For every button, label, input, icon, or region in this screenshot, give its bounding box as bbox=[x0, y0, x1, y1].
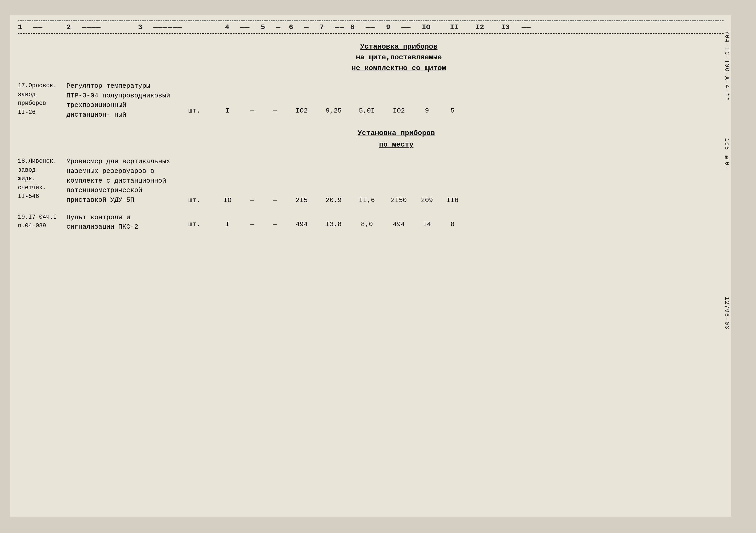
row17-col1: 17.Орловск.заводприборовII-26 bbox=[18, 81, 67, 117]
row19-col5: — bbox=[240, 213, 263, 228]
row18-col1: 18.Ливенск.заводжидк.счетчик.II-546 bbox=[18, 157, 67, 201]
row19-col12: 8 bbox=[440, 213, 465, 228]
section1-heading: Установка приборов на щите,поставляемые … bbox=[74, 42, 723, 74]
section1-heading-line3: не комплектно со щитом bbox=[74, 63, 723, 74]
row17-col2: Регулятор температуры ПТР-3-04 полупрово… bbox=[67, 81, 174, 120]
row18-col5: — bbox=[240, 157, 263, 204]
col-dash-3: —————— bbox=[153, 23, 225, 31]
section2-heading: Установка приборов по месту bbox=[69, 127, 723, 151]
col-dash-7: —— bbox=[335, 23, 350, 31]
col-dash-2: ———— bbox=[82, 23, 138, 31]
col-num-10: IO bbox=[422, 23, 442, 31]
col-num-8: 8 bbox=[350, 23, 365, 31]
row18-col11: 209 bbox=[414, 157, 440, 204]
row19-col1: 19.I7-04ч.Iп.04-089 bbox=[18, 213, 67, 231]
col-num-12: I2 bbox=[475, 23, 496, 31]
row19-col9: 8,0 bbox=[350, 213, 384, 228]
row18-col12: II6 bbox=[440, 157, 465, 204]
row18-col10: 2I50 bbox=[384, 157, 414, 204]
row19-col7: 494 bbox=[286, 213, 317, 228]
vertical-doc-text-1: 704-ТС-ТЭО-А-4-** bbox=[723, 31, 730, 101]
row17-col6: — bbox=[263, 81, 286, 115]
col-num-4: 4 bbox=[225, 23, 240, 31]
col-dash-4: —— bbox=[240, 23, 261, 31]
section1-heading-line2: на щите,поставляемые bbox=[74, 52, 723, 63]
col-num-5: 5 bbox=[261, 23, 276, 31]
col-num-2: 2 bbox=[67, 23, 82, 31]
row17-col12: 5 bbox=[440, 81, 465, 115]
table-row: 18.Ливенск.заводжидк.счетчик.II-546 Уров… bbox=[18, 157, 723, 205]
table-row: 19.I7-04ч.Iп.04-089 Пульт контроля и сиг… bbox=[18, 213, 723, 232]
vertical-doc-text-3: 12796-03 bbox=[723, 297, 730, 330]
col-dash-1: —— bbox=[33, 23, 67, 31]
row18-col8: 20,9 bbox=[317, 157, 350, 204]
col-dash-9: —— bbox=[401, 23, 422, 31]
row17-col10: IO2 bbox=[384, 81, 414, 115]
row19-col2: Пульт контроля и сигнализации ПКС-2 bbox=[67, 213, 174, 232]
vertical-doc-text-2: 108 №0- bbox=[723, 138, 730, 170]
col-num-3: 3 bbox=[138, 23, 153, 31]
col-num-7: 7 bbox=[320, 23, 335, 31]
row17-col8: 9,25 bbox=[317, 81, 350, 115]
row18-col3: шт. bbox=[174, 157, 215, 204]
section1-heading-line1: Установка приборов bbox=[74, 42, 723, 52]
row18-col2: Уровнемер для вертикальных наземных резе… bbox=[67, 157, 174, 205]
section2-heading-line2: по месту bbox=[69, 139, 723, 151]
col-num-9: 9 bbox=[386, 23, 401, 31]
row18-col4: IO bbox=[215, 157, 240, 204]
col-num-1: 1 bbox=[18, 23, 33, 31]
row18-col6: — bbox=[263, 157, 286, 204]
col-dash-13: —— bbox=[522, 23, 537, 31]
row18-col9: II,6 bbox=[350, 157, 384, 204]
col-dash-6: — bbox=[304, 23, 320, 31]
row17-col5: — bbox=[240, 81, 263, 115]
row19-col6: — bbox=[263, 213, 286, 228]
row17-col11: 9 bbox=[414, 81, 440, 115]
section2-heading-line1: Установка приборов bbox=[69, 127, 723, 139]
row17-col7: IO2 bbox=[286, 81, 317, 115]
row17-col9: 5,0I bbox=[350, 81, 384, 115]
column-header-row: 1 —— 2 ———— 3 —————— 4 —— 5 — 6 — 7 —— 8… bbox=[18, 20, 723, 34]
row19-col4: I bbox=[215, 213, 240, 228]
row17-col4: I bbox=[215, 81, 240, 115]
col-num-13: I3 bbox=[501, 23, 522, 31]
page: 1 —— 2 ———— 3 —————— 4 —— 5 — 6 — 7 —— 8… bbox=[10, 15, 731, 517]
col-dash-5: — bbox=[276, 23, 289, 31]
row18-col7: 2I5 bbox=[286, 157, 317, 204]
row19-col11: I4 bbox=[414, 213, 440, 228]
row19-col8: I3,8 bbox=[317, 213, 350, 228]
row19-col10: 494 bbox=[384, 213, 414, 228]
table-row: 17.Орловск.заводприборовII-26 Регулятор … bbox=[18, 81, 723, 120]
row19-col3: шт. bbox=[174, 213, 215, 228]
col-num-6: 6 bbox=[289, 23, 304, 31]
row17-col3: шт. bbox=[174, 81, 215, 115]
col-num-11: II bbox=[450, 23, 471, 31]
col-dash-8: —— bbox=[365, 23, 386, 31]
